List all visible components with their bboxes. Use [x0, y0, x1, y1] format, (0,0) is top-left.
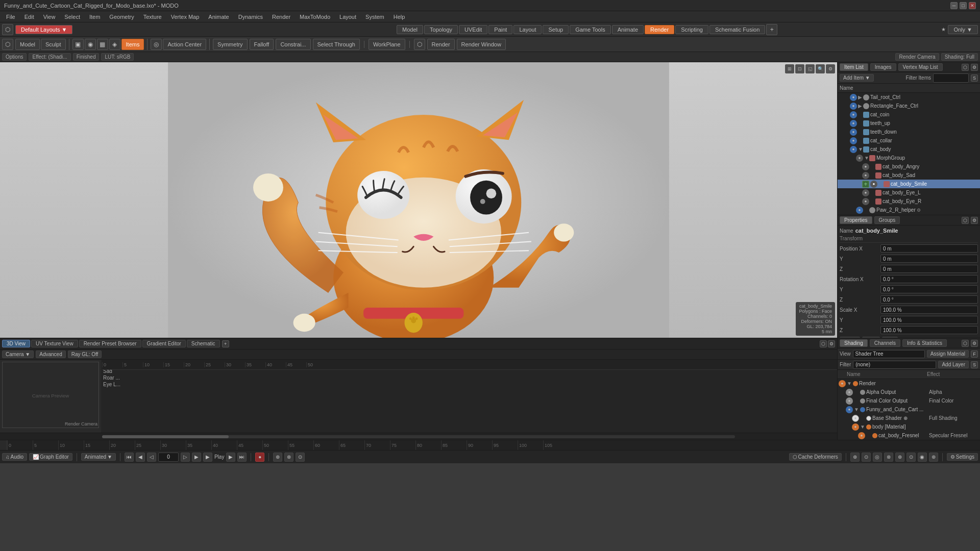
scrollbar-thumb[interactable] — [102, 435, 229, 438]
tree-item-eye-r[interactable]: ● cat_body_Eye_R — [838, 197, 980, 206]
camera-btn[interactable]: Camera ▼ — [2, 350, 34, 358]
scale-y-val[interactable]: 100.0 % — [880, 316, 978, 324]
settings-prop-btn[interactable]: ⚙ — [971, 217, 978, 224]
select-icon3[interactable]: ▦ — [97, 39, 108, 50]
menu-render[interactable]: Render — [268, 13, 295, 21]
eye-icon[interactable]: ● — [850, 146, 857, 153]
menu-animate[interactable]: Animate — [204, 13, 233, 21]
tree-item-angry[interactable]: ● cat_body_Angry — [838, 162, 980, 171]
eye[interactable]: ● — [846, 389, 853, 396]
tree-item-teeth-up[interactable]: ● teeth_up — [838, 119, 980, 128]
eye-icon[interactable]: ● — [862, 189, 869, 196]
settings-btn[interactable]: ⚙ Settings — [947, 453, 978, 461]
eye-icon[interactable]: ● — [856, 207, 863, 214]
add-layer-btn[interactable]: Add Layer — [938, 361, 969, 368]
tab-model[interactable]: Model — [397, 25, 423, 34]
menu-item[interactable]: Item — [85, 13, 104, 21]
expand-view-btn[interactable]: ⬡ — [820, 340, 827, 347]
next-frame-btn[interactable]: ▶ — [226, 453, 235, 462]
expand-prop-btn[interactable]: ⬡ — [962, 217, 969, 224]
default-layouts-btn[interactable]: Default Layouts ▼ — [15, 25, 72, 34]
eye[interactable]: ● — [846, 397, 853, 405]
menu-view[interactable]: View — [39, 13, 60, 21]
tab-scripting[interactable]: Scripting — [675, 25, 708, 34]
model-mode-btn[interactable]: Model — [15, 39, 40, 50]
raygl-btn[interactable]: Ray GL: Off — [68, 350, 102, 358]
rot-y-val[interactable]: 0.0 ° — [880, 285, 978, 293]
pos-z-val[interactable]: 0 m — [880, 265, 978, 273]
menu-vertex-map[interactable]: Vertex Map — [167, 13, 204, 21]
rot-x-val[interactable]: 0.0 ° — [880, 275, 978, 283]
eye-icon[interactable]: ● — [850, 129, 857, 136]
tab-game-tools[interactable]: Game Tools — [570, 25, 611, 34]
items-btn[interactable]: Items — [121, 39, 144, 50]
play-text[interactable]: Play — [214, 454, 224, 460]
sculpt-mode-btn[interactable]: Sculpt — [41, 39, 66, 50]
maximize-btn[interactable]: □ — [960, 2, 967, 9]
3d-viewport[interactable]: ⊞ ⊡ ◱ 🔍 ⚙ cat_body_Smile Polygons : Face… — [0, 62, 837, 338]
extra-btn4[interactable]: ⊗ — [884, 453, 893, 462]
symmetry-btn[interactable]: Symmetry — [213, 39, 248, 50]
eye-icon[interactable]: ● — [856, 155, 863, 162]
options-btn[interactable]: Options — [2, 53, 27, 61]
pb-btn2[interactable]: ⊗ — [284, 453, 293, 462]
shader-funny-group[interactable]: ● ▼ Funny_and_Cute_Cart ... — [838, 405, 980, 414]
tab-setup[interactable]: Setup — [543, 25, 569, 34]
eye[interactable]: ● — [846, 406, 853, 413]
zero-btn[interactable]: Zero — [862, 337, 880, 338]
extra-btn6[interactable]: ⊙ — [906, 453, 916, 462]
eye-icon[interactable]: ● — [850, 111, 857, 118]
menu-dynamics[interactable]: Dynamics — [234, 13, 267, 21]
graph-editor-btn[interactable]: 📈 Graph Editor — [29, 453, 72, 461]
rot-z-val[interactable]: 0.0 ° — [880, 295, 978, 304]
tab-3d-view[interactable]: 3D View — [2, 340, 30, 347]
falloff-btn[interactable]: Falloff — [250, 39, 274, 50]
render-window-btn[interactable]: Render Window — [457, 39, 506, 50]
eye-icon[interactable]: ● — [862, 172, 869, 179]
expand-shading-btn[interactable]: ⬡ — [962, 340, 969, 347]
advanced-btn[interactable]: Advanced — [36, 350, 65, 358]
eye[interactable]: ● — [852, 415, 859, 422]
tree-item-morphgroup[interactable]: ● ▼ MorphGroup — [838, 154, 980, 162]
extra-btn1[interactable]: ⊕ — [850, 453, 860, 462]
tab-info-stats[interactable]: Info & Statistics — [902, 339, 947, 347]
tab-render-preset[interactable]: Render Preset Browser — [79, 340, 141, 347]
extra-btn2[interactable]: ⊙ — [862, 453, 871, 462]
filter-input[interactable] — [933, 73, 969, 83]
menu-geometry[interactable]: Geometry — [105, 13, 138, 21]
tab-render[interactable]: Render — [645, 25, 674, 34]
tree-item-smile[interactable]: + ● cat_body_Smile — [838, 180, 980, 188]
go-to-start-btn[interactable]: ⏮ — [125, 453, 134, 462]
tab-channels[interactable]: Channels — [870, 339, 900, 347]
settings-btn[interactable]: ⚙ — [971, 64, 978, 71]
eye[interactable]: ● — [839, 380, 846, 387]
modo-logo[interactable]: ⬡ — [2, 24, 13, 35]
plus-icon[interactable]: + — [862, 181, 869, 188]
select-icon2[interactable]: ◉ — [85, 39, 96, 50]
eye-icon[interactable]: ● — [850, 137, 857, 144]
go-to-end-btn[interactable]: ⏭ — [237, 453, 247, 462]
expand-btn[interactable]: ⬡ — [962, 64, 969, 71]
add-item-btn[interactable]: Add Item ▼ — [840, 74, 874, 82]
finished-btn[interactable]: Finished — [73, 53, 100, 61]
cache-deformers-btn[interactable]: ⬡ Cache Deformers — [789, 453, 842, 461]
effect-btn[interactable]: Effect: (Shadi... — [29, 53, 70, 61]
render-icon[interactable]: ⬡ — [414, 39, 425, 50]
shader-body[interactable]: ● ▼ body [Material] — [838, 422, 980, 431]
eye-icon[interactable]: ● — [870, 181, 877, 188]
select-through-btn[interactable]: Select Through — [313, 39, 360, 50]
shader-final-color[interactable]: ● Final Color Output Final Color — [838, 396, 980, 405]
animated-dropdown[interactable]: Animated ▼ — [81, 453, 116, 461]
pos-x-val[interactable]: 0 m — [880, 244, 978, 253]
shader-tree-dropdown[interactable]: Shader Tree — [853, 350, 925, 358]
render-camera-btn[interactable]: Render Camera — [895, 53, 939, 61]
play-label-btn[interactable]: ▶ — [203, 453, 212, 462]
minimize-btn[interactable]: ─ — [950, 2, 958, 9]
only-btn[interactable]: Only ▼ — [948, 25, 978, 34]
close-btn[interactable]: ✕ — [969, 2, 976, 9]
tree-item-sad[interactable]: ● cat_body_Sad — [838, 171, 980, 180]
eye-icon[interactable]: ● — [850, 120, 857, 127]
constrain-btn[interactable]: Constrai... — [276, 39, 310, 50]
vp-btn1[interactable]: ⊞ — [785, 64, 794, 73]
menu-select[interactable]: Select — [60, 13, 84, 21]
